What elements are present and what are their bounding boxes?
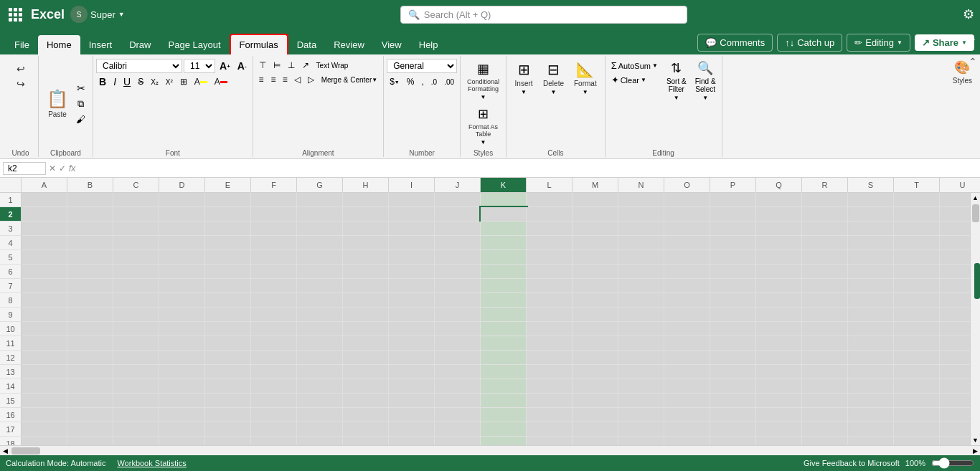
row-num-12[interactable]: 12: [0, 351, 21, 365]
cell-f13[interactable]: [251, 365, 297, 379]
cell-n11[interactable]: [618, 336, 664, 351]
cell-s6[interactable]: [848, 265, 894, 279]
cell-s15[interactable]: [848, 394, 894, 408]
middle-align-button[interactable]: ⊨: [270, 59, 283, 72]
cell-r10[interactable]: [802, 322, 848, 336]
cell-k15[interactable]: [481, 394, 527, 408]
cell-i5[interactable]: [389, 250, 435, 265]
cell-g12[interactable]: [297, 351, 343, 365]
cell-j10[interactable]: [435, 322, 481, 336]
cell-i11[interactable]: [389, 336, 435, 351]
cell-t3[interactable]: [894, 222, 940, 236]
cell-h5[interactable]: [343, 250, 389, 265]
cell-b1[interactable]: [67, 193, 113, 207]
row-num-3[interactable]: 3: [0, 222, 21, 236]
cell-t4[interactable]: [894, 236, 940, 250]
decrease-font-button[interactable]: A-: [235, 59, 250, 73]
zoom-slider[interactable]: [931, 457, 974, 469]
cell-h9[interactable]: [343, 308, 389, 322]
cell-t5[interactable]: [894, 250, 940, 265]
cell-n8[interactable]: [618, 293, 664, 308]
cell-p7[interactable]: [710, 279, 756, 293]
strikethrough-button[interactable]: S: [135, 75, 146, 88]
cell-e5[interactable]: [205, 250, 251, 265]
cell-j7[interactable]: [435, 279, 481, 293]
cell-b14[interactable]: [67, 379, 113, 394]
cell-q3[interactable]: [756, 222, 802, 236]
cell-l9[interactable]: [527, 308, 573, 322]
cell-s7[interactable]: [848, 279, 894, 293]
cell-t9[interactable]: [894, 308, 940, 322]
center-align-button[interactable]: ≡: [268, 73, 278, 86]
scroll-left-button[interactable]: ◀: [0, 446, 10, 456]
fill-color-button[interactable]: A: [192, 75, 210, 88]
cell-m7[interactable]: [573, 279, 618, 293]
comments-button[interactable]: 💬 Comments: [697, 34, 773, 52]
cell-a7[interactable]: [22, 279, 67, 293]
status-workbook-stats[interactable]: Workbook Statistics: [117, 459, 186, 467]
cell-f2[interactable]: [251, 207, 297, 222]
cell-t12[interactable]: [894, 351, 940, 365]
tab-help[interactable]: Help: [410, 35, 447, 54]
cell-b11[interactable]: [67, 336, 113, 351]
cell-g9[interactable]: [297, 308, 343, 322]
cell-c4[interactable]: [113, 236, 159, 250]
cell-s17[interactable]: [848, 422, 894, 437]
cell-j15[interactable]: [435, 394, 481, 408]
cell-h10[interactable]: [343, 322, 389, 336]
tab-formulas[interactable]: Formulas: [230, 34, 288, 54]
tab-view[interactable]: View: [373, 35, 410, 54]
cell-f4[interactable]: [251, 236, 297, 250]
cell-m5[interactable]: [573, 250, 618, 265]
cell-k3[interactable]: [481, 222, 527, 236]
cell-e12[interactable]: [205, 351, 251, 365]
cell-e13[interactable]: [205, 365, 251, 379]
scroll-down-button[interactable]: ▼: [971, 435, 981, 445]
cell-d14[interactable]: [159, 379, 205, 394]
cell-f18[interactable]: [251, 437, 297, 445]
cell-n14[interactable]: [618, 379, 664, 394]
borders-button[interactable]: ⊞: [177, 75, 190, 88]
cell-m16[interactable]: [573, 408, 618, 422]
cell-t2[interactable]: [894, 207, 940, 222]
cell-a14[interactable]: [22, 379, 67, 394]
cell-b9[interactable]: [67, 308, 113, 322]
cell-e8[interactable]: [205, 293, 251, 308]
cell-e6[interactable]: [205, 265, 251, 279]
cell-h15[interactable]: [343, 394, 389, 408]
row-num-8[interactable]: 8: [0, 293, 21, 308]
cell-i8[interactable]: [389, 293, 435, 308]
cell-b8[interactable]: [67, 293, 113, 308]
cell-p6[interactable]: [710, 265, 756, 279]
cell-l16[interactable]: [527, 408, 573, 422]
catchup-button[interactable]: ↑↓ Catch up: [777, 34, 842, 52]
cell-e18[interactable]: [205, 437, 251, 445]
cell-m6[interactable]: [573, 265, 618, 279]
cell-q4[interactable]: [756, 236, 802, 250]
sort-filter-button[interactable]: ⇅ Sort &Filter ▼: [664, 59, 689, 103]
cell-r15[interactable]: [802, 394, 848, 408]
cell-p15[interactable]: [710, 394, 756, 408]
cell-f6[interactable]: [251, 265, 297, 279]
cell-o5[interactable]: [664, 250, 710, 265]
cell-a1[interactable]: [22, 193, 67, 207]
cell-t18[interactable]: [894, 437, 940, 445]
cell-b18[interactable]: [67, 437, 113, 445]
cell-g3[interactable]: [297, 222, 343, 236]
cell-k10[interactable]: [481, 322, 527, 336]
cell-o15[interactable]: [664, 394, 710, 408]
cell-c12[interactable]: [113, 351, 159, 365]
cell-l10[interactable]: [527, 322, 573, 336]
cell-b7[interactable]: [67, 279, 113, 293]
cell-h13[interactable]: [343, 365, 389, 379]
superscript-button[interactable]: X²: [163, 77, 176, 87]
row-num-2[interactable]: 2: [0, 207, 21, 222]
cell-i15[interactable]: [389, 394, 435, 408]
cell-s4[interactable]: [848, 236, 894, 250]
scroll-right-button[interactable]: ▶: [970, 446, 980, 456]
copy-button[interactable]: ⧉: [73, 97, 88, 111]
cell-o1[interactable]: [664, 193, 710, 207]
cell-m9[interactable]: [573, 308, 618, 322]
cell-p11[interactable]: [710, 336, 756, 351]
row-num-5[interactable]: 5: [0, 250, 21, 265]
